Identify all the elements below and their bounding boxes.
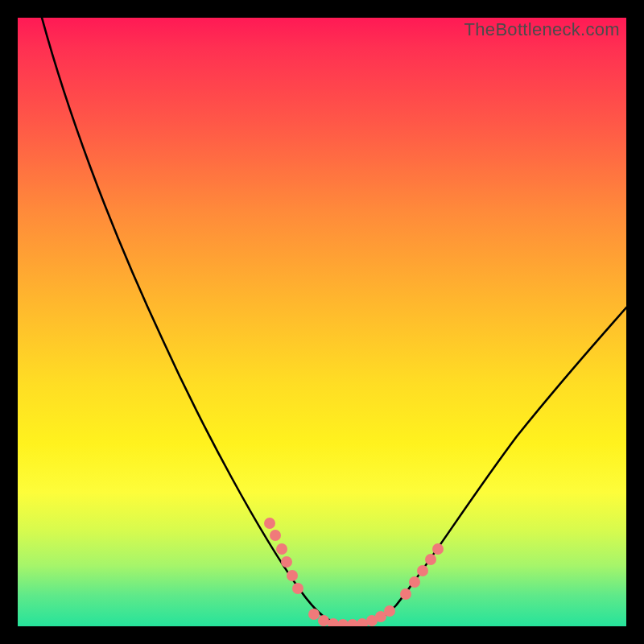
marker-dot [318,615,329,626]
marker-dot [347,619,358,626]
marker-dot [264,518,275,529]
marker-dot [400,588,411,600]
marker-dot [308,609,320,620]
watermark-text: TheBottleneck.com [464,19,620,40]
marker-cluster-right [400,543,444,600]
marker-dot [287,570,298,581]
marker-cluster-trough [308,605,395,626]
curve-path [42,18,626,625]
marker-dot [270,530,281,541]
marker-dot [425,554,436,565]
marker-dot [281,556,292,568]
marker-dot [292,583,303,594]
marker-dot [276,543,287,555]
marker-cluster-left [264,518,303,594]
marker-dot [417,565,428,576]
marker-dot [357,618,368,626]
marker-dot [432,543,444,555]
marker-dot [337,619,349,626]
bottleneck-curve [18,18,626,626]
marker-dot [409,576,420,588]
chart-frame: TheBottleneck.com [18,18,626,626]
marker-dot [384,605,395,617]
